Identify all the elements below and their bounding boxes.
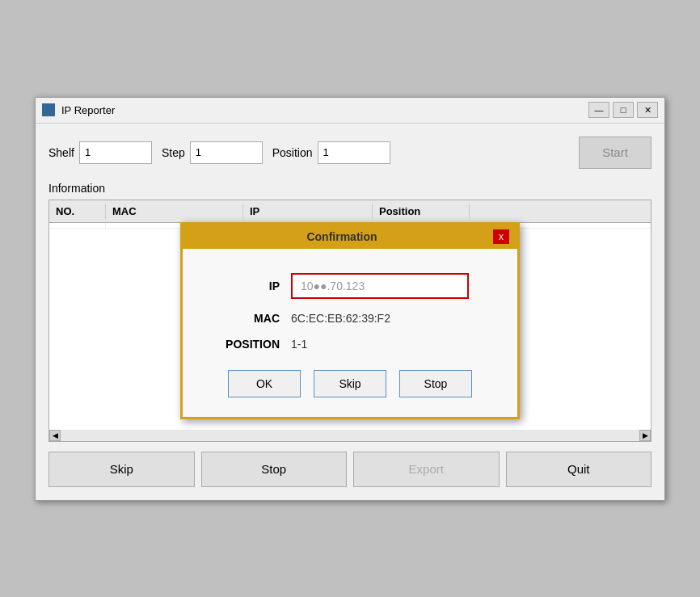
- mac-value: 6C:EC:EB:62:39:F2: [291, 312, 390, 325]
- col-header-mac: MAC: [106, 204, 243, 219]
- export-button[interactable]: Export: [353, 452, 500, 487]
- maximize-button[interactable]: □: [613, 102, 634, 118]
- table-wrapper: NO. MAC IP Position ◀: [48, 200, 652, 442]
- col-header-position: Position: [373, 204, 470, 219]
- skip-button[interactable]: Skip: [48, 452, 195, 487]
- modal-body: IP MAC 6C:EC:EB:62:39:F2 POSITION 1-1: [183, 249, 517, 417]
- modal-close-button[interactable]: x: [493, 229, 509, 244]
- confirmation-dialog: Confirmation x IP MAC 6C:EC:EB:62:39:F2: [180, 222, 520, 419]
- window-title: IP Reporter: [61, 104, 588, 116]
- shelf-label: Shelf: [48, 146, 74, 159]
- position-label: Position: [272, 146, 313, 159]
- shelf-field: Shelf: [48, 141, 152, 164]
- col-header-ip: IP: [243, 204, 373, 219]
- table-header: NO. MAC IP Position: [49, 200, 651, 223]
- window-controls: — □ ✕: [588, 102, 658, 118]
- mac-label: MAC: [215, 312, 280, 325]
- toolbar-row: Shelf Step Position Start: [48, 137, 652, 169]
- col-header-no: NO.: [49, 204, 106, 219]
- horizontal-scrollbar[interactable]: ◀ ▶: [49, 430, 651, 441]
- scroll-left-arrow[interactable]: ◀: [49, 430, 61, 441]
- scroll-track[interactable]: [61, 430, 639, 441]
- modal-title-bar: Confirmation x: [183, 225, 517, 249]
- position-input[interactable]: [318, 141, 390, 164]
- section-label: Information: [48, 182, 652, 195]
- title-bar: IP Reporter — □ ✕: [36, 98, 664, 124]
- modal-ok-button[interactable]: OK: [228, 370, 301, 397]
- modal-stop-button[interactable]: Stop: [399, 370, 472, 397]
- position-field: Position: [272, 141, 390, 164]
- modal-buttons: OK Skip Stop: [215, 370, 485, 397]
- modal-position-value: 1-1: [291, 338, 307, 351]
- quit-button[interactable]: Quit: [506, 452, 652, 487]
- modal-position-label: POSITION: [215, 338, 280, 351]
- shelf-input[interactable]: [79, 141, 152, 164]
- stop-button[interactable]: Stop: [201, 452, 348, 487]
- mac-field: MAC 6C:EC:EB:62:39:F2: [215, 312, 485, 325]
- bottom-buttons: Skip Stop Export Quit: [48, 452, 652, 487]
- minimize-button[interactable]: —: [588, 102, 609, 118]
- close-button[interactable]: ✕: [637, 102, 658, 118]
- step-label: Step: [162, 146, 185, 159]
- step-input[interactable]: [190, 141, 263, 164]
- ip-input[interactable]: [291, 273, 469, 299]
- modal-skip-button[interactable]: Skip: [314, 370, 386, 397]
- modal-position-field: POSITION 1-1: [215, 338, 485, 351]
- step-field: Step: [162, 141, 263, 164]
- window-body: Shelf Step Position Start Information NO…: [36, 124, 664, 500]
- app-icon: [42, 103, 55, 116]
- ip-field: IP: [215, 273, 485, 299]
- ip-label: IP: [215, 280, 280, 292]
- main-window: IP Reporter — □ ✕ Shelf Step Position St…: [35, 97, 665, 501]
- start-button[interactable]: Start: [579, 137, 652, 169]
- scroll-right-arrow[interactable]: ▶: [639, 430, 651, 441]
- modal-title: Confirmation: [191, 230, 493, 243]
